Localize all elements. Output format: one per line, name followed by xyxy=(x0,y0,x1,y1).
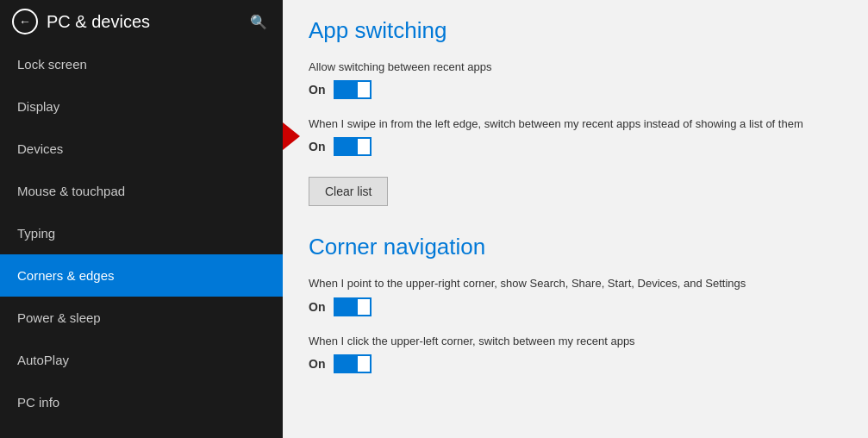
sidebar-item-pc-info[interactable]: PC info xyxy=(0,381,283,423)
upper-left-toggle[interactable] xyxy=(334,354,372,373)
sidebar-item-mouse-touchpad[interactable]: Mouse & touchpad xyxy=(0,170,283,212)
search-icon[interactable]: 🔍 xyxy=(247,10,271,34)
corner-navigation-title: Corner navigation xyxy=(309,234,842,260)
back-button[interactable]: ← xyxy=(12,9,38,34)
sidebar-title: PC & devices xyxy=(47,12,238,32)
upper-right-toggle-text: On xyxy=(309,300,325,314)
sidebar-header: ← PC & devices 🔍 xyxy=(0,0,283,43)
swipe-setting: When I swipe in from the left edge, swit… xyxy=(309,116,842,156)
svg-marker-0 xyxy=(283,119,300,153)
annotation-arrow-icon xyxy=(283,119,300,153)
sidebar-item-power-sleep[interactable]: Power & sleep xyxy=(0,297,283,339)
swipe-toggle[interactable] xyxy=(334,137,372,156)
upper-right-setting: When I point to the upper-right corner, … xyxy=(309,276,842,316)
swipe-toggle-row: On xyxy=(309,137,842,156)
clear-list-button[interactable]: Clear list xyxy=(309,177,388,206)
allow-switching-setting: Allow switching between recent apps On xyxy=(309,59,842,99)
sidebar-item-autoplay[interactable]: AutoPlay xyxy=(0,339,283,381)
allow-switching-toggle-text: On xyxy=(309,83,325,97)
upper-left-label: When I click the upper-left corner, swit… xyxy=(309,334,817,349)
sidebar-item-typing[interactable]: Typing xyxy=(0,212,283,254)
app-switching-section: App switching Allow switching between re… xyxy=(309,17,842,227)
upper-right-toggle[interactable] xyxy=(334,297,372,316)
sidebar-item-devices[interactable]: Devices xyxy=(0,128,283,170)
upper-right-label: When I point to the upper-right corner, … xyxy=(309,276,817,291)
upper-left-toggle-row: On xyxy=(309,354,842,373)
sidebar-item-lock-screen[interactable]: Lock screen xyxy=(0,43,283,85)
upper-left-setting: When I click the upper-left corner, swit… xyxy=(309,334,842,373)
upper-right-toggle-row: On xyxy=(309,297,842,316)
upper-left-toggle-text: On xyxy=(309,357,325,371)
allow-switching-toggle[interactable] xyxy=(334,80,372,99)
swipe-label: When I swipe in from the left edge, swit… xyxy=(309,116,817,132)
swipe-toggle-text: On xyxy=(309,140,325,153)
main-content: App switching Allow switching between re… xyxy=(283,0,868,438)
back-arrow-icon: ← xyxy=(19,16,31,28)
sidebar-item-corners-edges[interactable]: Corners & edges xyxy=(0,254,283,297)
sidebar: ← PC & devices 🔍 Lock screenDisplayDevic… xyxy=(0,0,283,438)
allow-switching-toggle-row: On xyxy=(309,80,842,99)
app-switching-title: App switching xyxy=(309,17,842,44)
corner-navigation-section: Corner navigation When I point to the up… xyxy=(309,234,842,372)
sidebar-nav: Lock screenDisplayDevicesMouse & touchpa… xyxy=(0,43,283,423)
sidebar-item-display[interactable]: Display xyxy=(0,85,283,128)
allow-switching-label: Allow switching between recent apps xyxy=(309,59,817,75)
